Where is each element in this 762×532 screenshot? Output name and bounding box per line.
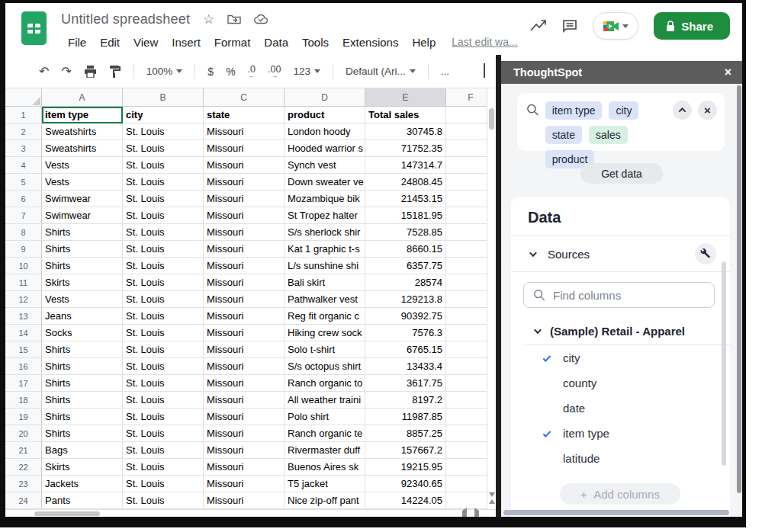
- cell[interactable]: Hooded warrior s: [285, 140, 365, 157]
- cell[interactable]: Missouri: [204, 392, 285, 409]
- panel-scrollbar-thumb[interactable]: [737, 85, 741, 493]
- cell[interactable]: Missouri: [204, 258, 285, 274]
- search-token-city[interactable]: city: [609, 101, 638, 120]
- document-title[interactable]: Untitled spreadsheet: [61, 11, 190, 27]
- menu-item-format[interactable]: Format: [207, 34, 258, 50]
- cell[interactable]: St. Louis: [123, 325, 204, 341]
- source-column-county[interactable]: county: [511, 370, 730, 396]
- row-header-10[interactable]: 10: [5, 258, 42, 274]
- cell[interactable]: Pathwalker vest: [285, 291, 365, 308]
- last-edit-status[interactable]: Last edit wa...: [452, 36, 517, 48]
- row-header-6[interactable]: 6: [5, 191, 42, 207]
- row-header-2[interactable]: 2: [5, 123, 42, 140]
- cell[interactable]: 129213.8: [365, 291, 446, 308]
- cell[interactable]: St. Louis: [123, 207, 204, 224]
- cell[interactable]: Missouri: [204, 174, 285, 191]
- cell[interactable]: Shirts: [42, 241, 123, 258]
- undo-button[interactable]: ↶: [39, 66, 49, 78]
- cell[interactable]: St. Louis: [123, 425, 204, 442]
- menu-item-extensions[interactable]: Extensions: [336, 34, 405, 50]
- cell[interactable]: Missouri: [204, 308, 285, 325]
- list-scrollbar-thumb[interactable]: [722, 261, 726, 466]
- vertical-scrollbar[interactable]: [487, 88, 496, 509]
- row-header-4[interactable]: 4: [5, 157, 42, 174]
- row-header-14[interactable]: 14: [5, 325, 42, 341]
- cloud-saved-icon[interactable]: [254, 14, 268, 24]
- row-header-22[interactable]: 22: [5, 459, 42, 476]
- scroll-up-button[interactable]: [489, 486, 495, 492]
- cell[interactable]: Total sales: [365, 107, 446, 123]
- cell[interactable]: London hoody: [285, 123, 365, 140]
- cell[interactable]: St. Louis: [123, 140, 204, 157]
- chevron-down-icon[interactable]: [534, 326, 542, 334]
- cell[interactable]: Missouri: [204, 191, 285, 207]
- cell[interactable]: Shirts: [42, 358, 123, 375]
- cell[interactable]: 8197.2: [365, 392, 446, 409]
- cell[interactable]: Vests: [42, 157, 123, 174]
- row-header-1[interactable]: 1: [5, 107, 42, 123]
- cell[interactable]: Shirts: [42, 409, 123, 425]
- cell[interactable]: Shirts: [42, 392, 123, 409]
- cell[interactable]: St. Louis: [123, 392, 204, 409]
- cell[interactable]: 157667.2: [365, 442, 446, 459]
- search-token-state[interactable]: state: [545, 126, 582, 144]
- panel-horizontal-scrollbar-thumb[interactable]: [503, 510, 729, 515]
- cell[interactable]: Missouri: [204, 157, 285, 174]
- cell[interactable]: St. Louis: [123, 308, 204, 325]
- cell[interactable]: St. Louis: [123, 492, 204, 509]
- cell[interactable]: St. Louis: [123, 258, 204, 274]
- cell[interactable]: Missouri: [204, 375, 285, 392]
- clear-search-button[interactable]: ×: [698, 101, 717, 120]
- cell[interactable]: St. Louis: [123, 409, 204, 425]
- cell[interactable]: Missouri: [204, 224, 285, 241]
- cell[interactable]: 21453.15: [365, 191, 446, 207]
- move-folder-icon[interactable]: [227, 14, 241, 24]
- menu-item-data[interactable]: Data: [257, 34, 295, 50]
- cell[interactable]: 92340.65: [365, 476, 446, 492]
- source-column-item-type[interactable]: item type: [511, 421, 730, 446]
- cell[interactable]: Down sweater ve: [285, 174, 365, 191]
- cell[interactable]: L/s sunshine shi: [285, 258, 365, 274]
- find-columns-field[interactable]: [523, 282, 715, 308]
- menu-item-insert[interactable]: Insert: [165, 34, 207, 50]
- collapse-search-button[interactable]: [673, 101, 692, 120]
- row-header-3[interactable]: 3: [5, 140, 42, 157]
- cell[interactable]: Synch vest: [285, 157, 365, 174]
- row-header-18[interactable]: 18: [5, 392, 42, 409]
- cell[interactable]: 8660.15: [365, 241, 446, 258]
- row-header-7[interactable]: 7: [5, 207, 42, 224]
- cell[interactable]: Ranch organic to: [285, 375, 365, 392]
- cell[interactable]: Socks: [42, 325, 123, 341]
- cell[interactable]: Mozambique bik: [285, 191, 365, 207]
- cell[interactable]: S/s sherlock shir: [285, 224, 365, 241]
- row-header-11[interactable]: 11: [5, 274, 42, 291]
- get-data-button[interactable]: Get data: [580, 163, 663, 184]
- cell[interactable]: Sweatshirts: [42, 123, 123, 140]
- cell[interactable]: Vests: [42, 291, 123, 308]
- cell[interactable]: Missouri: [204, 425, 285, 442]
- cell[interactable]: 7528.85: [365, 224, 446, 241]
- cell[interactable]: Missouri: [204, 358, 285, 375]
- cell[interactable]: Missouri: [204, 341, 285, 358]
- format-currency-button[interactable]: $: [207, 66, 214, 78]
- cell[interactable]: Jeans: [42, 308, 123, 325]
- configure-sources-button[interactable]: [695, 243, 716, 264]
- column-header-e[interactable]: E: [365, 88, 446, 107]
- cell[interactable]: Skirts: [42, 274, 123, 291]
- menu-item-file[interactable]: File: [61, 34, 93, 50]
- print-button[interactable]: [84, 66, 97, 78]
- cell[interactable]: Polo shirt: [285, 409, 365, 425]
- cell[interactable]: Missouri: [204, 492, 285, 509]
- cell[interactable]: St. Louis: [123, 274, 204, 291]
- cell[interactable]: St. Louis: [123, 241, 204, 258]
- cell[interactable]: Vests: [42, 174, 123, 191]
- add-columns-button[interactable]: + Add columns: [560, 483, 680, 505]
- select-all-corner[interactable]: [5, 88, 42, 107]
- cell[interactable]: Missouri: [204, 409, 285, 425]
- cell[interactable]: 19215.95: [365, 459, 446, 476]
- cell[interactable]: Bali skirt: [285, 274, 365, 291]
- horizontal-scrollbar[interactable]: [5, 509, 496, 517]
- cell[interactable]: S/s octopus shirt: [285, 358, 365, 375]
- cell[interactable]: Missouri: [204, 241, 285, 258]
- cell[interactable]: Missouri: [204, 442, 285, 459]
